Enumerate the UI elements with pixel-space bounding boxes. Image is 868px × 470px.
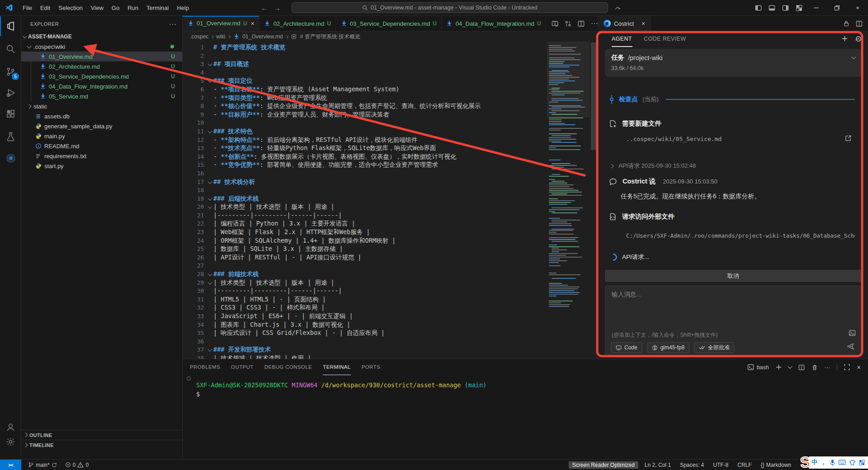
explorer-item-readme-md[interactable]: README.md: [21, 141, 182, 151]
menu-edit[interactable]: Edit: [36, 2, 54, 14]
maximize-panel-icon[interactable]: [844, 364, 850, 370]
costrict-extension-icon[interactable]: [0, 148, 21, 168]
history-icon[interactable]: [855, 35, 862, 42]
code-line[interactable]: 31| HTML5 | HTML5 | - | 页面结构 |: [183, 295, 545, 304]
code-line[interactable]: 12- **架构特点**: 前后端分离架构，RESTful API设计，模块化前…: [183, 136, 545, 144]
explorer-item-requirements-txt[interactable]: requirements.txt: [21, 151, 182, 161]
extensions-icon[interactable]: [0, 104, 21, 124]
problems-item[interactable]: 0 0: [62, 462, 91, 468]
explorer-item-static[interactable]: static: [21, 101, 182, 111]
close-window-button[interactable]: ×: [847, 0, 868, 16]
terminal-dropdown-icon[interactable]: [788, 364, 792, 369]
toolbox-icon[interactable]: [859, 460, 865, 465]
minimize-button[interactable]: [806, 0, 826, 16]
more-actions-icon[interactable]: ···: [825, 364, 830, 371]
encoding-item[interactable]: UTF-8: [710, 460, 731, 470]
close-panel-icon[interactable]: ×: [857, 363, 861, 371]
code-line[interactable]: 9- **目标用户**: 企业资产管理人员、财务部门、管理层决策者: [183, 110, 545, 119]
code-line[interactable]: 13- **技术亮点**: 轻量级Python Flask框架，SQLite数据…: [183, 144, 545, 152]
menu-view[interactable]: View: [87, 2, 108, 14]
code-line[interactable]: 1# 资产管理系统 技术概览: [183, 43, 545, 52]
settings-gear-icon[interactable]: [0, 432, 21, 451]
code-line[interactable]: 21|---------|---------|------|------|: [183, 211, 545, 220]
code-line[interactable]: 27: [183, 261, 545, 270]
editor-scrollbar[interactable]: [590, 42, 598, 359]
panel-tab-debug-console[interactable]: DEBUG CONSOLE: [264, 359, 312, 375]
code-line[interactable]: 4: [183, 68, 545, 77]
code-line[interactable]: 34| 图表库 | Chart.js | 3.x | 数据可视化 |: [183, 320, 545, 329]
code-line[interactable]: 35| 响应式设计 | CSS Grid/Flexbox | - | 自适应布局…: [183, 329, 545, 337]
code-line[interactable]: 20| 技术类型 | 技术选型 | 版本 | 用途 |: [183, 202, 545, 211]
toggle-sidebar-right-icon[interactable]: [778, 2, 792, 14]
explorer-item-05-service-md[interactable]: 05_Service.mdU: [21, 91, 182, 101]
screen-reader-item[interactable]: Screen Reader Optimized: [569, 461, 638, 469]
breadcrumb-item[interactable]: wiki: [216, 33, 225, 40]
new-terminal-icon[interactable]: [776, 364, 782, 370]
command-center-extra-icon[interactable]: [611, 2, 624, 14]
outline-section[interactable]: OUTLINE: [21, 430, 182, 440]
minimap[interactable]: [547, 42, 590, 359]
editor-tab-01-overview-md[interactable]: 01_Overview.mdU×: [183, 16, 259, 31]
more-actions-icon[interactable]: ···: [591, 19, 598, 28]
open-external-icon[interactable]: [845, 135, 852, 141]
panel-tab-problems[interactable]: PROBLEMS: [190, 359, 220, 375]
code-line[interactable]: 16: [183, 169, 545, 178]
send-icon[interactable]: [846, 342, 855, 351]
mode-button[interactable]: Code: [611, 342, 642, 353]
code-line[interactable]: 5### 项目定位: [183, 76, 545, 85]
editor-tab-03-service-dependencies-md[interactable]: 03_Service_Dependencies.mdU: [336, 16, 442, 31]
code-line[interactable]: 28### 前端技术栈: [183, 270, 545, 278]
explorer-item-04-data-flow-integration-md[interactable]: 04_Data_Flow_Integration.mdU: [21, 81, 182, 91]
mic-icon[interactable]: [830, 459, 835, 466]
explorer-item--cospec-wiki[interactable]: .cospec\wiki: [21, 42, 182, 52]
code-line[interactable]: 10: [183, 118, 545, 127]
code-line[interactable]: 38| 技术领域 | 技术选型 | 作用 |: [183, 354, 545, 359]
eol-item[interactable]: CRLF: [735, 460, 754, 470]
code-line[interactable]: 25| 数据库 | SQLite | 3.x | 主数据存储 |: [183, 244, 545, 253]
task-card[interactable]: 任务 /project-wiki 33.6k / 64.0k: [605, 49, 862, 77]
explorer-item-start-py[interactable]: start.py: [21, 161, 182, 171]
code-line[interactable]: 32| CSS3 | CSS3 | - | 样式和布局 |: [183, 303, 545, 312]
code-line[interactable]: 11### 技术特色: [183, 127, 545, 136]
menu-selection[interactable]: Selection: [54, 2, 86, 14]
explorer-more-actions-icon[interactable]: ···: [169, 20, 177, 28]
indentation-item[interactable]: Spaces: 4: [677, 460, 707, 470]
restore-button[interactable]: [826, 0, 847, 16]
lock-icon[interactable]: [843, 20, 849, 27]
explorer-item-02-architecture-md[interactable]: 02_Architecture.mdU: [21, 61, 182, 71]
source-control-icon[interactable]: 5: [0, 61, 21, 81]
open-preview-icon[interactable]: [552, 20, 558, 27]
ime-punctuation-icon[interactable]: ，: [821, 458, 826, 466]
panel-tab-ports[interactable]: PORTS: [362, 359, 380, 375]
editor-tab-02-architecture-md[interactable]: 02_Architecture.mdU: [259, 16, 336, 31]
explorer-section-header[interactable]: ASSET-MANAGE: [21, 32, 182, 42]
menu-terminal[interactable]: Terminal: [142, 2, 173, 14]
command-decoration-icon[interactable]: [187, 376, 191, 381]
search-icon[interactable]: [0, 39, 21, 59]
language-mode-item[interactable]: {} Markdown: [758, 460, 794, 470]
code-line[interactable]: 37### 开发和部署技术: [183, 345, 545, 354]
terminal-instance[interactable]: bash: [747, 364, 769, 371]
panel-tab-terminal[interactable]: TERMINAL: [323, 359, 350, 375]
split-terminal-icon[interactable]: [798, 364, 805, 371]
code-line[interactable]: 8- **核心价值**: 提供企业级资产全生命周期管理，包括资产登记、查询、统计…: [183, 102, 545, 110]
explorer-item-assets-db[interactable]: assets.db: [21, 111, 182, 121]
close-tab-icon[interactable]: ×: [642, 20, 645, 27]
tab-code-review[interactable]: CODE REVIEW: [644, 36, 686, 42]
customize-layout-icon[interactable]: [792, 2, 806, 14]
code-line[interactable]: 14- **创新点**: 多视图数据展示（卡片视图、表格视图、仪表盘），实时数据…: [183, 152, 545, 161]
editor-tab-04-data-flow-integration-md[interactable]: 04_Data_Flow_Integration.mdU: [442, 16, 546, 31]
code-line[interactable]: 23| Web框架 | Flask | 2.x | HTTP框架和Web服务 |: [183, 228, 545, 236]
code-line[interactable]: 29| 技术类型 | 技术选型 | 版本 | 用途 |: [183, 278, 545, 287]
sogou-logo-icon[interactable]: S: [799, 453, 811, 470]
kill-terminal-icon[interactable]: [811, 364, 818, 371]
split-editor-icon[interactable]: [578, 20, 585, 27]
close-tab-icon[interactable]: ×: [251, 20, 255, 27]
explorer-item-main-py[interactable]: main.py: [21, 131, 182, 141]
code-editor[interactable]: 1# 资产管理系统 技术概览23## 项目概述45### 项目定位6- **项目…: [183, 42, 598, 359]
split-editor-icon[interactable]: [856, 20, 863, 27]
cursor-position-item[interactable]: Ln 2, Col 1: [642, 460, 674, 470]
git-branch-item[interactable]: main*: [25, 462, 60, 468]
open-changes-icon[interactable]: [565, 20, 571, 27]
approve-all-button[interactable]: 全部批准: [694, 342, 735, 353]
